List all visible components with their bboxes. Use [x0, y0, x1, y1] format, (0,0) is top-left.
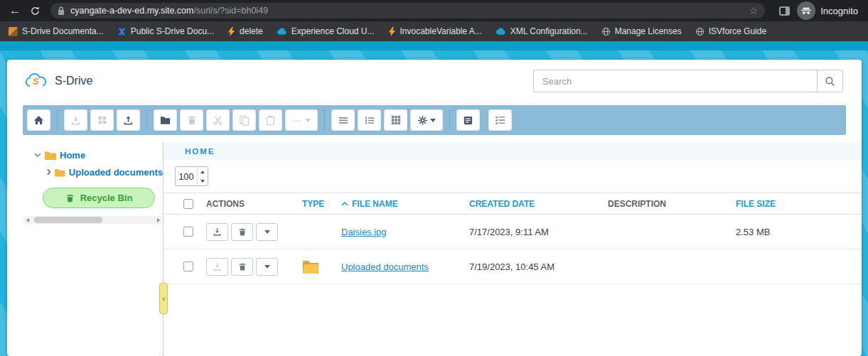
- select-all-checkbox[interactable]: [183, 199, 193, 209]
- scroll-left-icon[interactable]: [23, 216, 31, 224]
- column-header-file-name[interactable]: FILE NAME: [341, 199, 469, 209]
- cut-button[interactable]: [206, 109, 230, 131]
- column-header-created-date[interactable]: CREATED DATE: [469, 199, 608, 209]
- more-options-button[interactable]: ⋯: [285, 109, 318, 131]
- bookmark-public-sdrive-docs[interactable]: Public S-Drive Docu...: [117, 26, 214, 36]
- bookmark-xml-configuration[interactable]: XML Configuration...: [495, 26, 588, 36]
- stepper-down-icon[interactable]: [198, 176, 208, 185]
- more-options-icon: ⋯: [293, 115, 303, 125]
- incognito-icon: [797, 1, 815, 20]
- svg-text:S: S: [33, 76, 39, 87]
- row-delete-button[interactable]: [231, 223, 253, 241]
- bookmark-invocablevariable[interactable]: InvocableVariable A...: [388, 26, 482, 36]
- upload-button[interactable]: [117, 109, 140, 131]
- panel-divider: ‹: [163, 142, 164, 356]
- bookmark-delete[interactable]: delete: [227, 26, 263, 36]
- column-header-type[interactable]: TYPE: [302, 199, 341, 209]
- page-size-stepper[interactable]: 100: [175, 166, 208, 186]
- collapse-panel-handle[interactable]: ‹: [159, 283, 168, 314]
- bookmark-experience-cloud[interactable]: Experience Cloud U...: [277, 26, 375, 36]
- scrollbar-track[interactable]: [31, 216, 154, 224]
- lightning-icon: [227, 27, 235, 36]
- created-date-cell: 7/17/2023, 9:11 AM: [469, 227, 608, 237]
- column-header-file-size[interactable]: FILE SIZE: [736, 199, 862, 209]
- page-size-value[interactable]: 100: [176, 167, 197, 185]
- lightning-icon: [388, 27, 396, 36]
- bookmark-label: delete: [240, 26, 263, 36]
- bookmark-label: ISVforce Guide: [709, 26, 766, 36]
- file-list-area: HOME 100 ACTIONS TYPE FILE NAME: [164, 142, 862, 356]
- globe-icon: [601, 27, 611, 36]
- file-name-link[interactable]: Uploaded documents: [341, 261, 469, 272]
- app-header: S S-Drive: [7, 60, 862, 102]
- lock-icon: [58, 6, 65, 15]
- scroll-right-icon[interactable]: [154, 216, 162, 224]
- detail-view-button[interactable]: [358, 109, 381, 131]
- list-view-button[interactable]: [331, 109, 355, 131]
- bookmark-label: InvocableVariable A...: [400, 26, 482, 36]
- bookmark-grid-icon: [9, 27, 18, 36]
- checklist-button[interactable]: [488, 109, 512, 131]
- folder-icon: [45, 151, 56, 160]
- squares-icon: [97, 115, 107, 125]
- search-input[interactable]: [533, 70, 817, 92]
- row-checkbox[interactable]: [183, 261, 193, 271]
- delete-button[interactable]: [180, 109, 203, 131]
- back-icon[interactable]: ←: [9, 5, 21, 16]
- row-checkbox[interactable]: [183, 227, 193, 237]
- stepper-buttons[interactable]: [197, 167, 208, 185]
- sdrive-logo: S: [24, 72, 48, 90]
- side-panel-icon[interactable]: [779, 6, 790, 16]
- bookmark-star-icon[interactable]: ☆: [749, 5, 759, 16]
- scissors-icon: [213, 115, 223, 126]
- row-more-button[interactable]: [256, 223, 278, 241]
- tree-horizontal-scrollbar[interactable]: [23, 216, 162, 224]
- file-name-link[interactable]: Daisies.jpg: [341, 227, 469, 237]
- bookmark-manage-licenses[interactable]: Manage Licenses: [601, 26, 682, 36]
- preview-panel-button[interactable]: [456, 109, 480, 131]
- row-download-button[interactable]: [206, 223, 228, 241]
- bookmark-label: XML Configuration...: [510, 26, 588, 36]
- blue-x-icon: [117, 27, 127, 36]
- tree-item-uploaded-documents[interactable]: Uploaded documents: [7, 163, 163, 180]
- new-folder-button[interactable]: [154, 109, 177, 131]
- download-icon: [213, 227, 222, 237]
- table-row: Uploaded documents 7/19/2023, 10:45 AM: [164, 249, 862, 284]
- tree-item-home[interactable]: Home: [7, 146, 163, 163]
- upload-icon: [123, 115, 134, 126]
- copy-items-button[interactable]: [90, 109, 114, 131]
- bookmark-isvforce-guide[interactable]: ISVforce Guide: [695, 26, 766, 36]
- row-actions: [206, 258, 302, 276]
- clipboard-icon: [265, 115, 276, 126]
- chevron-down-icon: [305, 119, 311, 122]
- row-more-button[interactable]: [256, 258, 278, 276]
- reload-icon[interactable]: [30, 6, 41, 16]
- row-delete-button[interactable]: [231, 258, 253, 276]
- settings-button[interactable]: [410, 109, 443, 131]
- breadcrumb-home[interactable]: HOME: [185, 147, 215, 156]
- search-box: [533, 70, 843, 92]
- cloud-icon: [495, 28, 506, 36]
- row-actions: [206, 223, 302, 241]
- grid-view-button[interactable]: [384, 109, 407, 131]
- row-download-button[interactable]: [206, 258, 228, 276]
- home-button[interactable]: [27, 109, 50, 131]
- bookmark-sdrive-documentation[interactable]: S-Drive Documenta...: [9, 26, 104, 36]
- folder-icon: [160, 116, 171, 125]
- browser-toolbar: ← cyangate-a-dev-ed.my.site.com/surl/s/?…: [0, 0, 868, 21]
- download-button[interactable]: [64, 109, 87, 131]
- search-button[interactable]: [817, 70, 843, 92]
- address-bar[interactable]: cyangate-a-dev-ed.my.site.com/surl/s/?si…: [50, 3, 765, 18]
- search-icon: [825, 76, 835, 87]
- folder-tree: Home Uploaded documents Recycle Bin: [7, 142, 163, 356]
- stepper-up-icon[interactable]: [198, 167, 208, 176]
- bookmark-label: Manage Licenses: [615, 26, 682, 36]
- breadcrumb[interactable]: HOME: [164, 142, 862, 160]
- chevron-down-icon: [430, 119, 436, 122]
- scrollbar-thumb[interactable]: [34, 217, 102, 223]
- copy-button[interactable]: [232, 109, 256, 131]
- recycle-bin-button[interactable]: Recycle Bin: [43, 188, 155, 208]
- bookmarks-bar: S-Drive Documenta... Public S-Drive Docu…: [0, 21, 868, 41]
- paste-button[interactable]: [259, 109, 282, 131]
- trash-icon: [187, 115, 197, 126]
